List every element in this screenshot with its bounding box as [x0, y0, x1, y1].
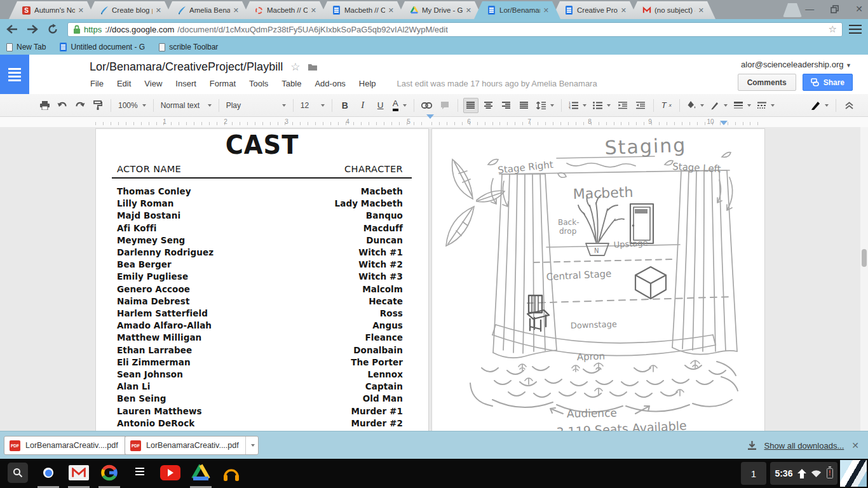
- menu-help[interactable]: Help: [359, 79, 376, 88]
- menu-tools[interactable]: Tools: [249, 79, 268, 88]
- account-avatar[interactable]: [840, 460, 867, 487]
- star-document-icon[interactable]: ☆: [290, 60, 300, 74]
- tab-autumns-note[interactable]: S Autumn's Note ✕: [9, 1, 95, 19]
- menu-file[interactable]: File: [90, 79, 104, 88]
- tab-my-drive[interactable]: My Drive - Goo ✕: [397, 1, 483, 19]
- menu-insert[interactable]: Insert: [175, 79, 196, 88]
- notification-badge[interactable]: 1: [741, 462, 766, 485]
- clear-formatting-button[interactable]: Tx: [659, 98, 674, 113]
- insert-comment-button[interactable]: [437, 98, 452, 113]
- bulleted-list-button[interactable]: [591, 98, 613, 113]
- collapse-toolbar-button[interactable]: [841, 98, 857, 113]
- launcher-search-button[interactable]: [8, 463, 28, 483]
- google-shelf-icon[interactable]: [99, 463, 119, 483]
- menu-format[interactable]: Format: [210, 79, 236, 88]
- new-tab-button[interactable]: [783, 3, 802, 17]
- tab-close-icon[interactable]: ✕: [156, 7, 161, 14]
- align-left-button[interactable]: [463, 98, 478, 113]
- chrome-shelf-icon[interactable]: [38, 463, 58, 483]
- page-cast[interactable]: CAST ACTOR NAME CHARACTER Thomas ConleyM…: [95, 128, 429, 431]
- bookmark-scrible-toolbar[interactable]: scrible Toolbar: [159, 43, 218, 51]
- tab-close-icon[interactable]: ✕: [543, 7, 549, 14]
- font-select[interactable]: Play: [224, 98, 288, 113]
- tab-close-icon[interactable]: ✕: [78, 7, 84, 14]
- align-center-button[interactable]: [481, 98, 496, 113]
- tab-creative-project[interactable]: Creative Projec ✕: [552, 1, 638, 19]
- restore-icon[interactable]: [831, 5, 839, 13]
- scrollbar-track[interactable]: [860, 127, 868, 431]
- account-email[interactable]: alor@scienceleadership.org ▼: [741, 60, 851, 69]
- tab-macbeth-2[interactable]: Macbeth // Cre ✕: [319, 1, 405, 19]
- tab-close-icon[interactable]: ✕: [621, 7, 627, 14]
- bookmark-new-tab[interactable]: New Tab: [6, 43, 46, 51]
- download-item-1[interactable]: PDF LorBenamaraCreativ....pdf: [4, 436, 138, 455]
- page-staging[interactable]: Staging Stage Right Stage Left Macbeth B…: [431, 128, 765, 431]
- text-color-button[interactable]: A: [391, 98, 409, 113]
- decrease-indent-button[interactable]: [615, 98, 630, 113]
- underline-button[interactable]: U: [373, 98, 388, 113]
- menu-addons[interactable]: Add-ons: [315, 79, 345, 88]
- download-item-2[interactable]: PDF LorBenamaraCreativ....pdf: [125, 436, 259, 455]
- close-download-bar-icon[interactable]: ✕: [851, 440, 859, 451]
- tab-close-icon[interactable]: ✕: [233, 7, 239, 14]
- undo-button[interactable]: [55, 98, 70, 113]
- scribble-button[interactable]: [709, 98, 729, 113]
- line-spacing-button[interactable]: [534, 98, 556, 113]
- insert-link-button[interactable]: [419, 98, 435, 113]
- chrome-menu-icon[interactable]: [849, 25, 862, 34]
- back-icon[interactable]: [4, 21, 20, 37]
- refresh-icon[interactable]: [44, 21, 61, 37]
- print-button[interactable]: [37, 98, 52, 113]
- numbered-list-button[interactable]: 123: [567, 98, 588, 113]
- tab-close-icon[interactable]: ✕: [388, 7, 394, 14]
- bookmark-star-icon[interactable]: ☆: [829, 24, 837, 35]
- tab-close-icon[interactable]: ✕: [311, 7, 316, 14]
- youtube-shelf-icon[interactable]: [160, 463, 180, 483]
- increase-indent-button[interactable]: [633, 98, 648, 113]
- tab-lor-benamara-active[interactable]: Lor/Benamara, ✕: [474, 1, 560, 19]
- minimize-icon[interactable]: —: [805, 4, 814, 13]
- tab-create-blog[interactable]: Create blog po ✕: [86, 1, 173, 19]
- status-tray[interactable]: 5:36 !: [770, 462, 837, 485]
- download-caret[interactable]: [245, 437, 258, 454]
- gmail-shelf-icon[interactable]: [69, 463, 89, 483]
- tab-close-icon[interactable]: ✕: [698, 7, 704, 14]
- edit-mode-pen-button[interactable]: [809, 98, 831, 113]
- line-weight-button[interactable]: [732, 98, 753, 113]
- docs-logo-icon[interactable]: [0, 55, 29, 94]
- align-right-button[interactable]: [499, 98, 514, 113]
- font-size-select[interactable]: 12: [299, 98, 327, 113]
- menu-table[interactable]: Table: [281, 79, 301, 88]
- last-edit-status[interactable]: Last edit was made 17 hours ago by Ameli…: [397, 79, 597, 88]
- tab-amelia[interactable]: Amelia Benam ✕: [164, 1, 250, 19]
- fill-color-button[interactable]: [685, 98, 706, 113]
- justify-button[interactable]: [517, 98, 532, 113]
- drive-shelf-icon[interactable]: [191, 463, 211, 483]
- scrollbar-thumb[interactable]: [862, 249, 867, 267]
- forward-icon[interactable]: [24, 21, 41, 37]
- italic-button[interactable]: I: [355, 98, 370, 113]
- paint-format-button[interactable]: [90, 98, 105, 113]
- music-shelf-icon[interactable]: [221, 463, 241, 483]
- tab-close-icon[interactable]: ✕: [466, 7, 471, 14]
- zoom-select[interactable]: 100%: [116, 98, 148, 113]
- indent-marker-right[interactable]: [720, 121, 728, 125]
- tab-macbeth-1[interactable]: Macbeth // Cre ✕: [241, 1, 328, 19]
- menu-edit[interactable]: Edit: [117, 79, 131, 88]
- comments-button[interactable]: Comments: [738, 74, 796, 91]
- redo-button[interactable]: [72, 98, 88, 113]
- tab-no-subject[interactable]: (no subject) - a ✕: [629, 1, 715, 19]
- bookmark-untitled-document[interactable]: Untitled document - G: [60, 43, 145, 51]
- indent-marker-left[interactable]: [426, 119, 434, 127]
- move-folder-icon[interactable]: [308, 63, 318, 71]
- show-all-downloads-link[interactable]: Show all downloads...: [764, 441, 844, 451]
- document-title[interactable]: Lor/Benamara/CreativeProject/Playbill: [90, 60, 283, 74]
- docs-shelf-icon[interactable]: [130, 463, 150, 483]
- share-button[interactable]: Share: [803, 74, 853, 91]
- border-dash-button[interactable]: [756, 98, 776, 113]
- url-bar[interactable]: https://docs.google.com/document/d/1cMxu…: [67, 22, 843, 37]
- close-window-icon[interactable]: ✕: [855, 4, 863, 13]
- menu-view[interactable]: View: [144, 79, 162, 88]
- paragraph-style-select[interactable]: Normal text: [159, 98, 214, 113]
- bold-button[interactable]: B: [337, 98, 353, 113]
